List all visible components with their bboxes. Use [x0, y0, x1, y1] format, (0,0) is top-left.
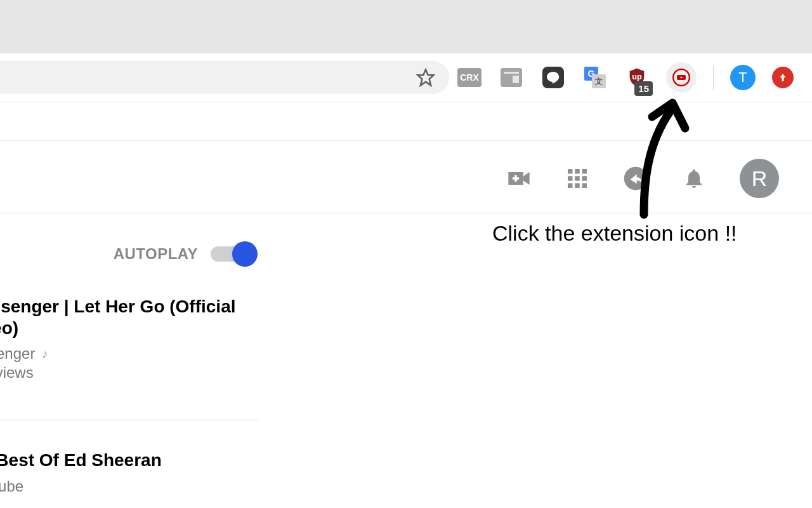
google-translate-extension-icon[interactable]: G 文 [582, 65, 608, 90]
up-next-sidebar: AUTOPLAY assenger | Let Her Go (Official… [0, 241, 260, 508]
apps-grid-icon[interactable] [565, 166, 590, 191]
svg-rect-8 [582, 169, 587, 174]
svg-text:up: up [632, 72, 642, 81]
bookmark-star-icon[interactable] [416, 68, 435, 87]
svg-rect-6 [568, 169, 573, 174]
panel-extension-icon[interactable] [499, 65, 524, 90]
youtube-masthead: R [0, 102, 812, 213]
video-title: e Best Of Ed Sheeran [0, 450, 260, 471]
autoplay-row: AUTOPLAY [0, 241, 260, 267]
svg-marker-0 [418, 70, 434, 86]
music-note-icon: ♪ [41, 347, 48, 361]
upload-button[interactable] [772, 67, 794, 88]
svg-rect-13 [575, 184, 580, 189]
crx-extension-icon[interactable]: CRX [457, 65, 482, 90]
ublock-extension-icon[interactable]: up 15 [624, 65, 650, 90]
notifications-bell-icon[interactable] [681, 166, 707, 191]
video-channel: ssenger ♪ [0, 345, 260, 363]
youtube-topbar [0, 102, 812, 141]
annotation-text: Click the extension icon !! [492, 221, 737, 246]
ublock-badge: 15 [634, 81, 653, 96]
svg-rect-11 [582, 176, 587, 181]
video-title: assenger | Let Her Go (Official deo) [0, 296, 260, 338]
youtube-extension-icon[interactable] [666, 62, 697, 93]
svg-rect-7 [575, 169, 580, 174]
svg-rect-9 [568, 176, 573, 181]
autoplay-toggle[interactable] [211, 241, 258, 267]
toolbar-separator [713, 65, 714, 90]
youtube-action-row: R [506, 159, 779, 198]
svg-rect-12 [568, 184, 573, 189]
line-extension-icon[interactable] [540, 65, 566, 90]
browser-profile-avatar[interactable]: T [730, 65, 756, 90]
address-bar[interactable] [0, 61, 449, 94]
browser-tab-strip [0, 0, 812, 53]
browser-toolbar: CRX G 文 up 15 [0, 53, 812, 102]
svg-rect-14 [582, 184, 587, 189]
autoplay-label: AUTOPLAY [114, 245, 198, 263]
video-channel: uTube [0, 478, 260, 495]
extension-row: CRX G 文 up 15 [457, 53, 812, 102]
share-messages-icon[interactable] [623, 166, 648, 191]
svg-rect-10 [575, 176, 580, 181]
related-video-item[interactable]: assenger | Let Her Go (Official deo) sse… [0, 296, 260, 382]
youtube-account-avatar[interactable]: R [740, 159, 779, 198]
create-video-icon[interactable] [506, 166, 532, 191]
related-video-item[interactable]: e Best Of Ed Sheeran uTube [0, 450, 260, 495]
divider [0, 420, 260, 420]
video-meta: B views [0, 364, 260, 382]
